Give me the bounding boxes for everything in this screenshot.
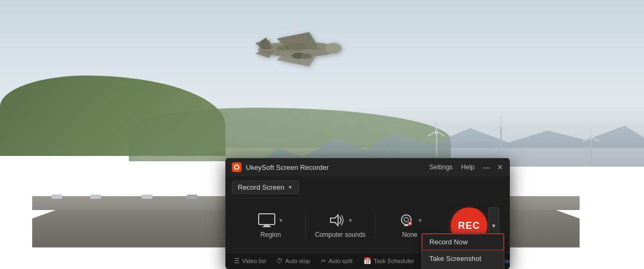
svg-rect-13 <box>264 225 269 226</box>
svg-rect-18 <box>404 225 408 226</box>
dropdown-item-screenshot[interactable]: Take Screenshot <box>422 250 504 267</box>
title-bar: UkeySoft Screen Recorder Settings Help —… <box>225 158 510 176</box>
svg-marker-5 <box>255 50 274 58</box>
car <box>187 195 197 199</box>
app-title: UkeySoft Screen Recorder <box>246 163 329 171</box>
svg-rect-14 <box>262 226 271 227</box>
rec-dropdown-menu: Record Now Take Screenshot Countdown Rec… <box>421 233 504 269</box>
mode-dropdown[interactable]: Record Screen ▼ <box>232 181 299 194</box>
auto-split-button[interactable]: ✂ Auto split <box>319 256 355 266</box>
sound-button[interactable]: ▼ <box>327 213 353 228</box>
svg-point-8 <box>301 54 312 59</box>
controls-area: ▼ Region ▼ Computer sounds <box>225 199 510 252</box>
auto-split-icon: ✂ <box>321 257 326 265</box>
screenshot-label: Take Screenshot <box>429 255 481 263</box>
camera-arrow: ▼ <box>418 218 423 223</box>
title-controls: — ✕ <box>483 163 503 171</box>
video-list-label: Video list <box>242 258 266 264</box>
app-icon <box>232 162 241 172</box>
svg-point-11 <box>276 46 289 51</box>
title-bar-left: UkeySoft Screen Recorder <box>232 162 329 172</box>
webcam-icon <box>397 213 415 228</box>
help-menu[interactable]: Help <box>461 163 474 171</box>
title-bar-right: Settings Help — ✕ <box>429 163 503 171</box>
svg-point-17 <box>404 218 408 222</box>
region-label: Region <box>260 231 281 238</box>
dropdown-item-countdown[interactable]: Countdown Record › <box>422 267 504 269</box>
auto-stop-icon: ⏱ <box>276 257 283 265</box>
svg-point-10 <box>301 42 317 49</box>
task-scheduler-icon: 📅 <box>363 257 371 265</box>
windmill-2 <box>499 126 502 151</box>
dropdown-item-record-now[interactable]: Record Now <box>422 234 504 250</box>
auto-split-label: Auto split <box>328 258 353 264</box>
region-control: ▼ Region <box>236 213 305 238</box>
monitor-icon <box>258 213 276 228</box>
mode-bar: Record Screen ▼ <box>225 176 510 199</box>
minimize-button[interactable]: — <box>483 163 491 171</box>
camera-label: None <box>402 231 418 238</box>
task-scheduler-button[interactable]: 📅 Task Scheduler <box>361 256 416 266</box>
rec-dropdown-arrow: ▼ <box>491 223 496 229</box>
auto-stop-button[interactable]: ⏱ Auto stop <box>274 256 312 266</box>
svg-point-1 <box>325 43 341 54</box>
mode-dropdown-arrow: ▼ <box>288 184 293 190</box>
car <box>52 195 62 199</box>
region-button[interactable]: ▼ <box>258 213 283 228</box>
sound-label: Computer sounds <box>315 231 366 238</box>
auto-stop-label: Auto stop <box>285 258 310 264</box>
sound-control: ▼ Computer sounds <box>306 213 375 238</box>
rec-area: REC ▼ Record Now Take Screenshot Countdo… <box>451 207 499 244</box>
record-now-label: Record Now <box>429 238 468 246</box>
video-list-icon: ☰ <box>234 257 240 265</box>
close-button[interactable]: ✕ <box>497 163 503 171</box>
sound-arrow: ▼ <box>348 218 353 223</box>
region-arrow: ▼ <box>278 218 283 223</box>
video-list-button[interactable]: ☰ Video list <box>232 256 268 266</box>
airplane <box>245 21 352 75</box>
windmill-3 <box>589 137 592 167</box>
car <box>90 195 101 199</box>
task-scheduler-label: Task Scheduler <box>374 258 414 264</box>
app-window: UkeySoft Screen Recorder Settings Help —… <box>225 158 510 269</box>
camera-button[interactable]: ▼ <box>397 213 423 228</box>
speaker-icon <box>327 213 346 228</box>
car <box>142 195 152 199</box>
svg-rect-12 <box>259 214 275 225</box>
rec-label: REC <box>458 220 480 231</box>
windmill-1 <box>435 131 438 156</box>
settings-menu[interactable]: Settings <box>429 163 452 171</box>
svg-marker-15 <box>331 215 338 226</box>
mode-label: Record Screen <box>238 183 284 191</box>
app-icon-inner <box>234 165 239 170</box>
